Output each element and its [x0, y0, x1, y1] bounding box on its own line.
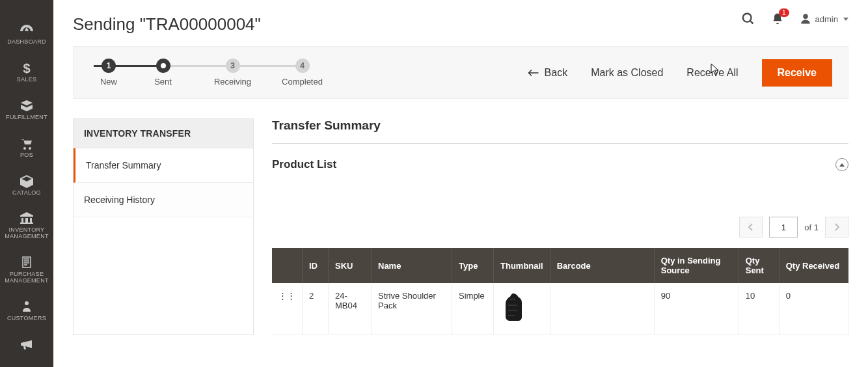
- th-qty-sent[interactable]: Qty Sent: [739, 248, 779, 283]
- megaphone-icon: [19, 338, 34, 351]
- th-thumbnail[interactable]: Thumbnail: [494, 248, 550, 283]
- table-row: ⋮⋮ 2 24-MB04 Strive Shoulder Pack Simple: [272, 283, 848, 335]
- tab-transfer-summary[interactable]: Transfer Summary: [74, 148, 253, 183]
- cell-sku: 24-MB04: [329, 283, 372, 335]
- cell-qty-sent: 10: [739, 283, 779, 335]
- box-open-icon: [19, 99, 34, 112]
- pager-of-label: of 1: [804, 223, 819, 232]
- th-barcode[interactable]: Barcode: [550, 248, 654, 283]
- back-label: Back: [545, 67, 568, 79]
- svg-point-2: [742, 14, 751, 22]
- step-circle: 4: [295, 59, 310, 73]
- notification-badge: 1: [779, 8, 789, 17]
- sidebar-item-inventory-management[interactable]: INVENTORY MANAGEMENT: [0, 202, 53, 247]
- sidebar-item-label: FULFILLMENT: [0, 115, 53, 121]
- receive-button[interactable]: Receive: [762, 59, 833, 87]
- sidebar-item-catalog[interactable]: CATALOG: [0, 165, 53, 203]
- step-label: Completed: [282, 77, 323, 87]
- pager-page-input[interactable]: [769, 217, 798, 238]
- user-icon: [800, 13, 811, 25]
- collapse-toggle[interactable]: [835, 158, 848, 171]
- sidebar-item-pos[interactable]: POS: [0, 128, 53, 165]
- page-title: Sending "TRA00000004": [73, 14, 261, 34]
- product-list-title: Product List: [272, 158, 336, 171]
- step-circle: 1: [102, 59, 116, 73]
- action-buttons: Back Mark as Closed Receive All Receive: [528, 59, 832, 87]
- sidebar-item-customers[interactable]: CUSTOMERS: [0, 291, 53, 329]
- back-button[interactable]: Back: [528, 67, 568, 79]
- th-sku[interactable]: SKU: [329, 248, 372, 283]
- dollar-icon: $: [19, 61, 34, 74]
- step-completed: 4 Completed: [267, 59, 337, 87]
- left-panel-heading: INVENTORY TRANSFER: [74, 119, 253, 148]
- cell-barcode: [550, 283, 654, 335]
- left-panel: INVENTORY TRANSFER Transfer Summary Rece…: [73, 118, 254, 335]
- search-button[interactable]: [741, 12, 755, 26]
- step-sent: Sent: [128, 59, 198, 87]
- svg-line-3: [750, 21, 753, 24]
- progress-action-bar: 1 New Sent 3 Receiving 4 Completed: [73, 46, 848, 99]
- product-thumbnail-icon: [500, 291, 526, 325]
- header-actions: 1 admin: [741, 12, 848, 26]
- th-qty-src[interactable]: Qty in Sending Source: [654, 248, 739, 283]
- pager-prev[interactable]: [739, 217, 763, 238]
- th-type[interactable]: Type: [452, 248, 494, 283]
- gauge-icon: [19, 23, 34, 36]
- admin-menu[interactable]: admin: [800, 13, 848, 25]
- sidebar-item-label: DASHBOARD: [0, 39, 53, 46]
- person-icon: [19, 300, 34, 313]
- tab-receiving-history[interactable]: Receiving History: [74, 183, 253, 217]
- step-label: Receiving: [214, 77, 251, 87]
- step-new: 1 New: [89, 59, 128, 87]
- sidebar-item-label: SALES: [0, 77, 53, 83]
- sidebar-item-label: PURCHASE MANAGEMENT: [0, 271, 53, 284]
- cell-type: Simple: [452, 283, 494, 335]
- th-name[interactable]: Name: [372, 248, 452, 283]
- section-title: Transfer Summary: [272, 118, 848, 144]
- cell-name: Strive Shoulder Pack: [372, 283, 452, 335]
- step-label: New: [100, 77, 117, 87]
- progress-steps: 1 New Sent 3 Receiving 4 Completed: [89, 59, 337, 87]
- th-id[interactable]: ID: [303, 248, 329, 283]
- receive-all-button[interactable]: Receive All: [686, 67, 738, 79]
- svg-text:$: $: [23, 61, 30, 75]
- th-qty-recv[interactable]: Qty Received: [779, 248, 848, 283]
- cell-id: 2: [303, 283, 329, 335]
- step-receiving: 3 Receiving: [198, 59, 267, 87]
- subtitle-row: Product List: [272, 158, 848, 171]
- right-panel: Transfer Summary Product List of 1: [272, 118, 848, 335]
- cart-icon: [19, 137, 34, 150]
- sidebar-item-purchase-management[interactable]: PURCHASE MANAGEMENT: [0, 247, 53, 291]
- sidebar-item-marketing[interactable]: [0, 329, 53, 360]
- svg-point-4: [803, 14, 808, 20]
- pager-next[interactable]: [825, 217, 848, 238]
- notifications-button[interactable]: 1: [771, 12, 784, 25]
- cell-thumbnail: [494, 283, 550, 335]
- step-circle: [156, 59, 170, 73]
- mark-closed-button[interactable]: Mark as Closed: [591, 67, 663, 79]
- svg-point-1: [25, 301, 29, 305]
- search-icon: [741, 12, 755, 26]
- chevron-left-icon: [748, 223, 753, 231]
- clipboard-icon: [19, 256, 34, 269]
- header-row: Sending "TRA00000004" 1 admin: [73, 14, 848, 46]
- cell-qty-src: 90: [654, 283, 739, 335]
- admin-label: admin: [815, 14, 838, 24]
- sidebar-item-fulfillment[interactable]: FULFILLMENT: [0, 90, 53, 128]
- main-content: Sending "TRA00000004" 1 admin 1 New: [53, 0, 868, 367]
- chevron-down-icon: [843, 18, 848, 21]
- sidebar-item-label: POS: [0, 152, 53, 159]
- sidebar-item-label: INVENTORY MANAGEMENT: [0, 227, 53, 240]
- cube-icon: [19, 174, 34, 187]
- drag-handle[interactable]: ⋮⋮: [272, 283, 303, 335]
- arrow-left-icon: [528, 68, 539, 77]
- bank-icon: [19, 211, 34, 224]
- sidebar-item-sales[interactable]: $ SALES: [0, 52, 53, 90]
- chevron-right-icon: [834, 223, 839, 231]
- step-circle: 3: [226, 59, 240, 73]
- cell-qty-recv: 0: [779, 283, 848, 335]
- pager: of 1: [272, 217, 848, 238]
- step-label: Sent: [154, 77, 172, 87]
- admin-sidebar: DASHBOARD $ SALES FULFILLMENT POS CATALO…: [0, 0, 53, 367]
- sidebar-item-dashboard[interactable]: DASHBOARD: [0, 14, 53, 52]
